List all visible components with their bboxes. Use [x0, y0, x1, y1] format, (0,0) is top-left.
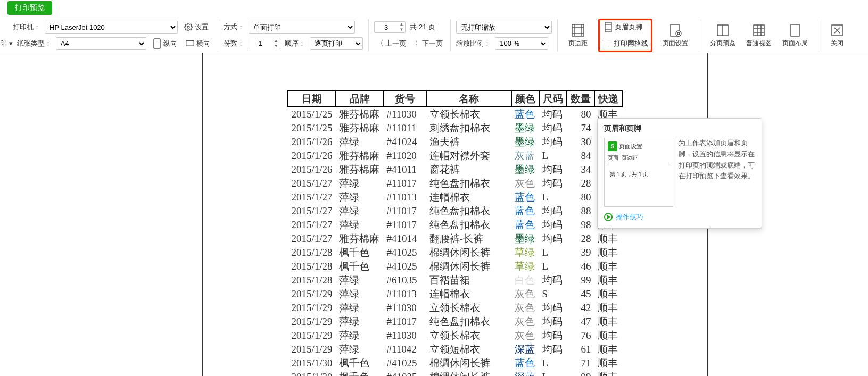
table-cell: 均码 — [539, 121, 567, 135]
table-cell: 2015/1/26 — [288, 135, 335, 149]
page-up[interactable]: ▲ — [398, 22, 406, 27]
table-cell: 枫千色 — [336, 260, 384, 273]
table-cell: 立领长棉衣 — [426, 301, 511, 315]
page-setup-button[interactable]: 页面设置 — [657, 21, 693, 50]
table-cell: 均码 — [539, 177, 567, 190]
table-row: 2015/1/25雅芬棉麻#11030立领长棉衣蓝色均码80顺丰 — [288, 107, 622, 121]
landscape-icon — [186, 39, 194, 48]
copies-up[interactable]: ▲ — [272, 38, 280, 44]
copies-stepper[interactable]: ▲▼ — [249, 38, 280, 49]
zoom-mode-select[interactable]: 无打印缩放 — [456, 21, 552, 34]
table-cell: 2015/1/28 — [288, 273, 335, 287]
print-mode-select[interactable]: 单面打印 — [249, 21, 355, 34]
page-down[interactable]: ▼ — [398, 27, 406, 32]
normal-view-button[interactable]: 普通视图 — [741, 21, 777, 50]
table-cell: 2015/1/28 — [288, 260, 335, 273]
tooltip-tips-link[interactable]: 操作技巧 — [604, 212, 755, 222]
table-cell: 2015/1/27 — [288, 218, 335, 232]
table-cell: 蓝色 — [511, 218, 539, 232]
table-cell: 蓝色 — [511, 204, 539, 218]
zoom-ratio-select[interactable]: 100 % — [495, 37, 548, 50]
table-cell: 均码 — [539, 342, 567, 356]
table-cell: 灰蓝 — [511, 149, 539, 163]
table-cell: 80 — [567, 107, 594, 121]
next-page-button[interactable]: 〉下一页 — [412, 39, 445, 48]
table-cell: 墨绿 — [511, 232, 539, 246]
print-preview-badge: 打印预览 — [7, 1, 52, 15]
table-cell: 顺丰 — [594, 273, 622, 287]
gridlines-checkbox[interactable] — [602, 40, 609, 47]
table-cell: 均码 — [539, 273, 567, 287]
header-footer-button[interactable]: 页眉页脚 — [602, 21, 644, 33]
table-row: 2015/1/27雅芬棉麻#41014翻腰裤-长裤墨绿均码28顺丰 — [288, 232, 622, 246]
prev-page-button[interactable]: 〈 上一页 — [374, 39, 409, 48]
table-row: 2015/1/27萍绿#11017纯色盘扣棉衣灰色均码28顺丰 — [288, 177, 622, 190]
svg-rect-16 — [754, 25, 764, 36]
copies-input[interactable] — [249, 39, 272, 47]
normal-view-icon — [751, 23, 766, 38]
close-icon — [830, 23, 845, 38]
orientation-landscape-button[interactable]: 横向 — [184, 38, 212, 49]
table-cell: 顺丰 — [594, 356, 622, 370]
table-cell: 萍绿 — [336, 342, 384, 356]
table-cell: 99 — [567, 273, 594, 287]
tooltip-description: 为工作表添加页眉和页脚，设置的信息将显示在打印页的顶端或底端，可在打印预览下查看… — [679, 138, 755, 207]
page-input[interactable] — [375, 23, 398, 31]
table-cell: 草绿 — [511, 260, 539, 273]
table-cell: 雅芬棉麻 — [336, 163, 384, 177]
table-row: 2015/1/26雅芬棉麻#11020连帽对襟外套灰蓝L84顺丰 — [288, 149, 622, 163]
portrait-icon — [153, 39, 161, 48]
data-table: 日期品牌货号名称颜色尺码数量快递 2015/1/25雅芬棉麻#11030立领长棉… — [287, 90, 622, 376]
table-cell: 均码 — [539, 107, 567, 121]
table-cell: 30 — [567, 135, 594, 149]
table-cell: 刺绣盘扣棉衣 — [426, 121, 511, 135]
table-cell: 渔夫裤 — [426, 135, 511, 149]
table-cell: 雅芬棉麻 — [336, 121, 384, 135]
table-cell: L — [539, 149, 567, 163]
table-cell: 顺丰 — [594, 232, 622, 246]
printer-settings-button[interactable]: 设置 — [182, 21, 211, 33]
table-cell: 萍绿 — [336, 273, 384, 287]
table-cell: 蓝色 — [511, 107, 539, 121]
table-cell: 灰色 — [511, 301, 539, 315]
table-cell: 2015/1/27 — [288, 190, 335, 204]
total-pages: 共 21 页 — [410, 22, 435, 32]
table-row: 2015/1/28萍绿#61035百褶苗裙白色均码99顺丰 — [288, 273, 622, 287]
svg-rect-3 — [572, 24, 584, 36]
paper-select[interactable]: A4 — [56, 37, 146, 50]
svg-rect-2 — [186, 41, 193, 46]
printer-select[interactable]: HP LaserJet 1020 — [45, 21, 178, 34]
table-cell: 2015/1/30 — [288, 370, 335, 376]
orientation-portrait-button[interactable]: 纵向 — [151, 38, 179, 49]
table-row: 2015/1/29萍绿#11030立领长棉衣灰色均码42顺丰 — [288, 301, 622, 315]
table-cell: #11011 — [384, 121, 426, 135]
table-cell: 均码 — [539, 163, 567, 177]
table-cell: #11017 — [384, 218, 426, 232]
toolbar: 打印机： HP LaserJet 1020 设置 印 ▾ 纸张类型： A4 纵向… — [0, 16, 868, 53]
svg-rect-21 — [791, 24, 799, 36]
table-header: 快递 — [594, 91, 622, 107]
table-cell: #41024 — [384, 135, 426, 149]
page-break-preview-button[interactable]: 分页预览 — [705, 21, 741, 50]
table-cell: 草绿 — [511, 246, 539, 260]
table-cell: 46 — [567, 260, 594, 273]
table-cell: 雅芬棉麻 — [336, 232, 384, 246]
table-cell: L — [539, 190, 567, 204]
margins-button[interactable]: 页边距 — [563, 21, 593, 50]
svg-rect-8 — [605, 22, 611, 32]
table-cell: 蓝色 — [511, 190, 539, 204]
landscape-label: 横向 — [196, 39, 210, 48]
table-cell: 灰色 — [511, 177, 539, 190]
table-cell: 枫千色 — [336, 356, 384, 370]
copies-down[interactable]: ▼ — [272, 44, 280, 49]
table-cell: 顺丰 — [594, 260, 622, 273]
table-cell: #11042 — [384, 342, 426, 356]
table-cell: #41011 — [384, 163, 426, 177]
page-break-icon — [715, 23, 730, 38]
page-layout-button[interactable]: 页面布局 — [777, 21, 813, 50]
portrait-label: 纵向 — [163, 39, 177, 48]
header-footer-tooltip: 页眉和页脚 S 页面设置 页面 页边距 第 1 页，共 1 页 为工作表添加页眉… — [597, 118, 762, 229]
close-button[interactable]: 关闭 — [824, 21, 850, 50]
order-select[interactable]: 逐页打印 — [310, 37, 363, 50]
page-stepper[interactable]: ▲▼ — [374, 21, 406, 33]
